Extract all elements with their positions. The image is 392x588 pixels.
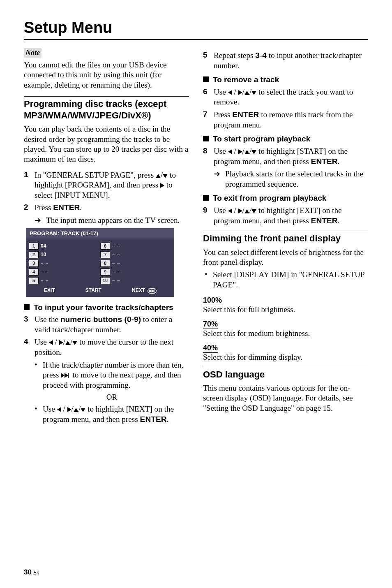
- up-icon: [244, 91, 249, 95]
- right-icon: [238, 208, 242, 213]
- section-rule: [203, 367, 368, 367]
- section-text: This menu contains various options for t…: [203, 383, 368, 413]
- enter-label: ENTER: [53, 203, 80, 212]
- text: .: [80, 203, 82, 212]
- down-icon: [251, 150, 256, 154]
- result-line: ➜ Playback starts for the selected track…: [203, 169, 368, 189]
- bullet-icon: •: [35, 404, 39, 424]
- right-icon: [238, 149, 242, 154]
- slot-num: 5: [29, 277, 39, 284]
- square-bullet-icon: [203, 136, 209, 141]
- note-label: Note: [24, 48, 42, 58]
- up-icon: [74, 408, 78, 412]
- step-9: 9 Use / // to highlight [EXIT] on the pr…: [203, 206, 368, 226]
- subheading-input-tracks: To input your favorite tracks/chapters: [24, 303, 189, 313]
- subheading-text: To input your favorite tracks/chapters: [34, 303, 173, 313]
- bullet-text: If the track/chapter number is more than…: [43, 360, 189, 391]
- slot-val: – –: [112, 260, 120, 266]
- step-number: 2: [24, 203, 30, 213]
- step-4: 4 Use / // to move the cursor to the nex…: [24, 337, 189, 357]
- step-5: 5 Repeat steps 3-4 to input another trac…: [203, 51, 368, 71]
- bullet-text: Use / // to highlight [NEXT] on the prog…: [43, 404, 189, 424]
- sub-bullet: • If the track/chapter number is more th…: [24, 360, 189, 391]
- step-number: 8: [203, 146, 209, 167]
- slot-val: – –: [112, 269, 120, 275]
- subheading-start-playback: To start program playback: [203, 134, 368, 144]
- subheading-text: To exit from program playback: [213, 193, 326, 203]
- down-icon: [163, 174, 168, 178]
- slot-val: – –: [112, 278, 120, 283]
- note-text: You cannot edit the files on your USB de…: [24, 60, 189, 90]
- section-heading-osd: OSD language: [203, 369, 368, 380]
- slot-val: – –: [41, 269, 49, 275]
- step-body: Press ENTER.: [35, 203, 189, 213]
- slot-val: – –: [112, 252, 120, 257]
- left-icon: [228, 149, 232, 154]
- text: Use: [214, 88, 228, 96]
- slot-val: – –: [112, 243, 120, 249]
- text: Use: [43, 405, 57, 413]
- down-icon: [251, 91, 256, 95]
- step-3: 3 Use the numeric buttons (0-9) to enter…: [24, 315, 189, 335]
- step-number: 5: [203, 51, 209, 71]
- left-icon: [49, 340, 53, 345]
- menu-next: NEXT ▶▶|: [132, 287, 157, 294]
- bullet-icon: •: [205, 270, 209, 290]
- slot-num: 9: [100, 269, 110, 275]
- text: .: [338, 157, 340, 166]
- title-rule: [24, 39, 368, 40]
- program-menu-screenshot: PROGRAM: TRACK (01-17) 104 210 3– – 4– –…: [26, 228, 174, 297]
- section-heading-dimming: Dimming the front panel display: [203, 233, 368, 244]
- left-icon: [228, 208, 232, 213]
- text: to select the track you want to remove.: [214, 88, 353, 106]
- slot-num: 7: [100, 251, 110, 258]
- step-number: 4: [24, 337, 30, 357]
- def-term-40: 40%: [203, 344, 218, 353]
- square-bullet-icon: [203, 76, 209, 82]
- down-icon: [81, 408, 85, 412]
- text: .: [167, 415, 169, 424]
- menu-exit: EXIT: [44, 287, 55, 293]
- right-icon: [67, 407, 71, 412]
- slot-num: 1: [29, 243, 39, 250]
- down-icon: [251, 209, 256, 213]
- step-body: Use the numeric buttons (0-9) to enter a…: [35, 315, 189, 335]
- or-label: OR: [24, 393, 189, 402]
- def-desc: Select this for medium brightness.: [203, 329, 368, 338]
- step-7: 7 Press ENTER to remove this track from …: [203, 110, 368, 130]
- square-bullet-icon: [203, 195, 209, 201]
- enter-label: ENTER: [232, 110, 259, 119]
- enter-label: ENTER: [311, 216, 338, 225]
- def-desc: Select this for full brightness.: [203, 305, 368, 314]
- slot-num: 3: [29, 260, 39, 267]
- text: Use: [35, 338, 49, 346]
- page-number-value: 30: [24, 568, 32, 576]
- step-6: 6 Use / // to select the track you want …: [203, 87, 368, 107]
- section-heading-programming: Programming disc tracks (except MP3/WMA/…: [24, 98, 189, 121]
- menu-start: START: [85, 287, 101, 293]
- slot-num: 2: [29, 251, 39, 258]
- sub-bullet: • Use / // to highlight [NEXT] on the pr…: [24, 404, 189, 424]
- step-number: 1: [24, 170, 30, 201]
- up-icon: [156, 174, 161, 178]
- step-2: 2 Press ENTER.: [24, 203, 189, 213]
- arrow-icon: ➜: [214, 169, 220, 189]
- text: .: [338, 216, 340, 225]
- text: Press: [35, 203, 53, 212]
- play-icon: [160, 183, 164, 188]
- result-text: The input menu appears on the TV screen.: [46, 215, 189, 226]
- arrow-icon: ➜: [35, 215, 41, 226]
- slot-num: 8: [100, 260, 110, 267]
- text: Use: [214, 206, 228, 215]
- step-body: Press ENTER to remove this track from th…: [214, 110, 368, 130]
- slot-num: 4: [29, 269, 39, 275]
- page-number-suffix: En: [33, 570, 39, 576]
- subheading-text: To start program playback: [213, 134, 310, 144]
- step-body: In "GENERAL SETUP PAGE", press / to high…: [35, 170, 189, 201]
- slot-val: 10: [41, 252, 46, 257]
- section-intro: You can select different levels of brigh…: [203, 248, 368, 268]
- bullet-line: • Select [DISPLAY DIM] in "GENERAL SETUP…: [203, 270, 368, 290]
- numeric-buttons-label: numeric buttons (0-9): [60, 315, 141, 324]
- slot-val: – –: [41, 278, 49, 283]
- section-rule: [24, 96, 189, 97]
